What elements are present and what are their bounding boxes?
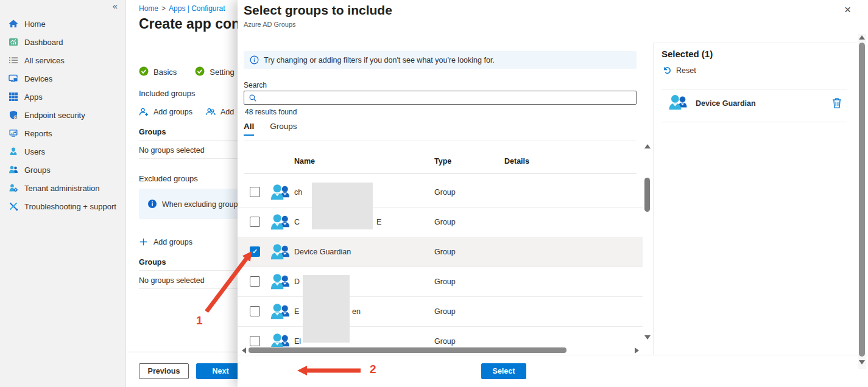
close-icon[interactable]: ×	[844, 4, 851, 15]
group-name-suffix: en	[352, 307, 361, 316]
wizard-step-2[interactable]: Setting	[195, 66, 234, 78]
group-row[interactable]: ElGroup	[238, 327, 643, 347]
sidebar-collapse-button[interactable]: «	[113, 1, 118, 11]
list-vertical-scrollbar	[644, 144, 651, 344]
screen: « HomeDashboardAll servicesDevicesAppsEn…	[0, 0, 868, 387]
users-icon	[9, 147, 18, 156]
column-details: Details	[504, 157, 529, 166]
tab-groups[interactable]: Groups	[270, 122, 297, 136]
search-input[interactable]	[257, 91, 636, 105]
group-row[interactable]: chGroup	[238, 178, 643, 207]
sidebar-item-label: Devices	[24, 74, 52, 83]
row-checkbox[interactable]	[250, 246, 260, 257]
horizontal-scrollbar-thumb[interactable]	[249, 347, 566, 353]
group-icon	[668, 94, 688, 112]
sidebar-item-groups[interactable]: Groups	[0, 161, 125, 179]
panel-scrollbar-thumb[interactable]	[859, 43, 865, 357]
group-type: Group	[434, 277, 456, 286]
groups-table: chGroupCGroupDevice GuardianGroupDGroupE…	[238, 178, 643, 347]
sidebar-item-label: Users	[24, 147, 45, 156]
group-icon	[269, 332, 291, 347]
breadcrumb-link[interactable]: Apps | Configurat	[169, 4, 225, 13]
home-icon	[9, 19, 18, 29]
row-checkbox[interactable]	[250, 306, 260, 316]
excluded-groups-column: Groups	[139, 258, 166, 267]
row-checkbox[interactable]	[250, 217, 260, 227]
group-row[interactable]: EGroup	[238, 297, 643, 327]
check-circle-icon	[139, 66, 149, 78]
info-icon	[147, 199, 157, 209]
group-name: Device Guardian	[294, 248, 351, 256]
panel-scroll-down-arrow[interactable]	[859, 360, 865, 364]
sidebar-item-apps[interactable]: Apps	[0, 88, 125, 106]
group-name-suffix: E	[376, 218, 381, 226]
endpoint-security-icon	[9, 110, 18, 120]
annotation-label-2: 2	[370, 363, 376, 376]
scroll-left-arrow[interactable]	[242, 347, 246, 354]
filter-hint-banner: Try changing or adding filters if you do…	[244, 51, 637, 69]
group-type: Group	[434, 188, 456, 197]
tenant-admin-icon	[9, 183, 18, 193]
sidebar-item-devices[interactable]: Devices	[0, 69, 125, 88]
people-add-icon	[206, 107, 216, 117]
breadcrumb-link[interactable]: Home	[139, 4, 158, 13]
selected-heading: Selected (1)	[662, 49, 713, 59]
sidebar-item-troubleshooting-support[interactable]: Troubleshooting + support	[0, 197, 125, 215]
wizard-step-1[interactable]: Basics	[139, 66, 177, 78]
add-more-link[interactable]: Add	[221, 108, 234, 116]
add-groups-link[interactable]: Add groups	[153, 108, 192, 116]
sidebar-item-reports[interactable]: Reports	[0, 124, 125, 142]
sidebar-item-all-services[interactable]: All services	[0, 51, 125, 69]
reset-button[interactable]: Reset	[663, 66, 696, 75]
group-row[interactable]: DGroup	[238, 267, 643, 297]
sidebar: « HomeDashboardAll servicesDevicesAppsEn…	[0, 0, 126, 387]
sidebar-item-label: Apps	[24, 92, 43, 102]
group-row[interactable]: Device GuardianGroup	[238, 237, 643, 267]
row-checkbox[interactable]	[250, 187, 260, 197]
sidebar-item-label: Dashboard	[24, 38, 63, 47]
sidebar-item-label: Endpoint security	[24, 111, 85, 120]
scroll-right-arrow[interactable]	[635, 347, 639, 354]
all-services-icon	[9, 55, 18, 65]
included-groups-column: Groups	[139, 128, 166, 136]
group-row[interactable]: CGroup	[238, 207, 643, 237]
scroll-up-arrow[interactable]	[644, 144, 651, 148]
page-title: Create app con	[139, 16, 240, 32]
sidebar-item-dashboard[interactable]: Dashboard	[0, 33, 125, 51]
panel-subtitle: Azure AD Groups	[244, 21, 296, 28]
troubleshooting-icon	[9, 201, 18, 211]
plus-icon	[139, 237, 148, 246]
excluded-add-groups-link[interactable]: Add groups	[139, 237, 192, 246]
list-scrollbar-thumb[interactable]	[644, 178, 650, 212]
column-type: Type	[434, 157, 451, 166]
row-checkbox[interactable]	[250, 336, 260, 346]
select-button[interactable]: Select	[481, 363, 526, 379]
sidebar-item-users[interactable]: Users	[0, 142, 125, 161]
sidebar-item-label: Tenant administration	[24, 184, 100, 193]
included-groups-heading: Included groups	[139, 89, 196, 98]
previous-button[interactable]: Previous	[139, 363, 189, 379]
selected-item-name: Device Guardian	[696, 99, 756, 108]
excluded-empty-text: No groups selected	[139, 276, 205, 285]
scroll-down-arrow[interactable]	[644, 335, 651, 340]
sidebar-item-label: Reports	[24, 129, 52, 138]
apps-icon	[9, 92, 18, 102]
panel-scroll-up-arrow[interactable]	[859, 35, 865, 40]
sidebar-item-endpoint-security[interactable]: Endpoint security	[0, 106, 125, 124]
group-name: C	[294, 218, 300, 226]
person-add-icon	[139, 107, 149, 117]
trash-icon[interactable]	[832, 97, 842, 108]
assign-links-row: Add groups Add	[139, 107, 234, 117]
result-tabs: AllGroups	[244, 122, 297, 136]
sidebar-item-label: All services	[24, 56, 65, 65]
tab-all[interactable]: All	[244, 122, 254, 136]
group-icon	[269, 183, 291, 202]
sidebar-item-home[interactable]: Home	[0, 15, 125, 33]
annotation-label-1: 1	[196, 314, 203, 327]
exclude-info-text: When excluding group	[162, 200, 238, 209]
group-type: Group	[434, 248, 456, 256]
sidebar-item-label: Groups	[24, 166, 51, 175]
row-checkbox[interactable]	[250, 276, 260, 287]
group-icon	[269, 243, 291, 262]
sidebar-item-tenant-administration[interactable]: Tenant administration	[0, 179, 125, 197]
